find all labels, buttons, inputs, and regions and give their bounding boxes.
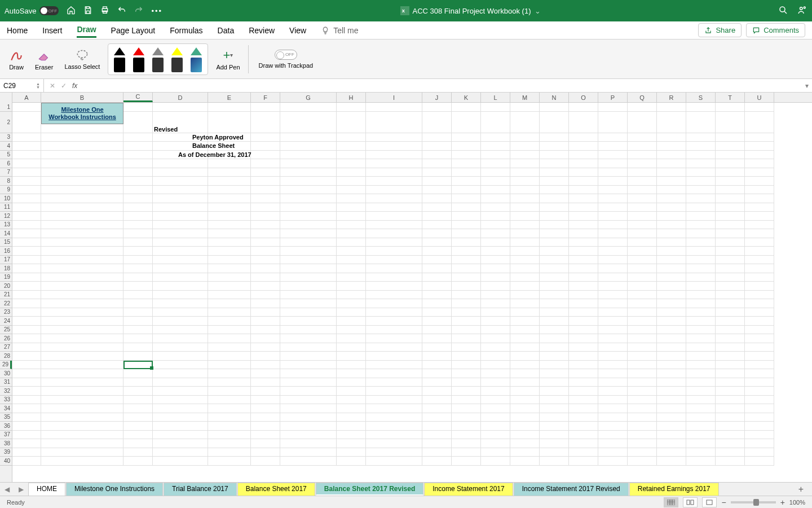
cell-P12[interactable] [598,212,628,221]
col-header-P[interactable]: P [598,93,628,102]
cell-R36[interactable] [657,422,686,431]
cell-Q10[interactable] [628,194,657,203]
cell-P17[interactable] [598,256,628,265]
cell-T13[interactable] [716,221,745,230]
cell-M26[interactable] [510,334,540,343]
cell-U26[interactable] [745,334,774,343]
cell-P10[interactable] [598,194,628,203]
cell-Q27[interactable] [628,343,657,352]
cell-T32[interactable] [716,387,745,396]
cell-H4[interactable] [337,142,366,151]
cell-B23[interactable] [41,308,123,317]
col-header-G[interactable]: G [280,93,337,102]
tab-data[interactable]: Data [218,24,235,37]
cell-F6[interactable] [251,159,280,168]
cell-J29[interactable] [422,361,452,370]
cell-U19[interactable] [745,273,774,282]
cell-D11[interactable] [153,203,208,212]
cell-M2[interactable] [510,112,540,133]
cell-Q23[interactable] [628,308,657,317]
cell-T8[interactable] [716,177,745,186]
cell-R24[interactable] [657,317,686,326]
cell-P32[interactable] [598,387,628,396]
cell-Q26[interactable] [628,334,657,343]
cell-O34[interactable] [569,404,598,413]
cell-K29[interactable] [452,361,481,370]
cell-A31[interactable] [12,378,41,387]
cell-S40[interactable] [686,457,716,466]
cell-I6[interactable] [366,159,422,168]
cell-I15[interactable] [366,238,422,247]
cell-D12[interactable] [153,212,208,221]
cell-R28[interactable] [657,352,686,361]
cell-S28[interactable] [686,352,716,361]
cell-B39[interactable] [41,448,123,457]
row-header-12[interactable]: 12 [0,212,12,221]
row-header-31[interactable]: 31 [0,378,12,387]
chevron-down-icon[interactable]: ⌄ [535,7,541,15]
cell-A14[interactable] [12,229,41,238]
cell-K21[interactable] [452,291,481,300]
cell-C10[interactable] [123,194,153,203]
cell-G31[interactable] [280,378,337,387]
row-header-23[interactable]: 23 [0,308,12,317]
cell-J24[interactable] [422,317,452,326]
cell-I38[interactable] [366,439,422,448]
cell-C2[interactable] [123,112,153,133]
cell-F36[interactable] [251,422,280,431]
cell-S39[interactable] [686,448,716,457]
cell-N25[interactable] [540,326,569,335]
col-header-I[interactable]: I [366,93,422,102]
cell-D19[interactable] [153,273,208,282]
cell-U20[interactable] [745,282,774,291]
cell-I26[interactable] [366,334,422,343]
cell-S21[interactable] [686,291,716,300]
cell-R16[interactable] [657,247,686,256]
cell-R3[interactable] [657,133,686,142]
cell-I1[interactable] [366,103,422,112]
cell-D18[interactable] [153,264,208,273]
cell-D14[interactable] [153,229,208,238]
cell-J35[interactable] [422,413,452,422]
cell-U40[interactable] [745,457,774,466]
cell-U13[interactable] [745,221,774,230]
cell-S9[interactable] [686,186,716,195]
cell-H11[interactable] [337,203,366,212]
cell-B38[interactable] [41,439,123,448]
cell-I21[interactable] [366,291,422,300]
cell-M38[interactable] [510,439,540,448]
cell-O32[interactable] [569,387,598,396]
row-header-15[interactable]: 15 [0,238,12,247]
cell-G14[interactable] [280,229,337,238]
cell-D22[interactable] [153,299,208,308]
cell-E31[interactable] [208,378,251,387]
cell-R31[interactable] [657,378,686,387]
cell-L19[interactable] [481,273,510,282]
cell-M10[interactable] [510,194,540,203]
cell-I37[interactable] [366,431,422,440]
cell-H40[interactable] [337,457,366,466]
cell-P4[interactable] [598,142,628,151]
cell-D33[interactable] [153,396,208,405]
cell-U37[interactable] [745,431,774,440]
cell-R17[interactable] [657,256,686,265]
cell-H35[interactable] [337,413,366,422]
cell-R38[interactable] [657,439,686,448]
cell-J25[interactable] [422,326,452,335]
cell-O31[interactable] [569,378,598,387]
cell-G2[interactable] [280,112,337,133]
cell-J33[interactable] [422,396,452,405]
cell-L8[interactable] [481,177,510,186]
cell-E24[interactable] [208,317,251,326]
cell-F9[interactable] [251,186,280,195]
cell-E2[interactable] [208,112,251,133]
cell-N17[interactable] [540,256,569,265]
cell-E12[interactable] [208,212,251,221]
cell-K14[interactable] [452,229,481,238]
cell-A40[interactable] [12,457,41,466]
cell-T19[interactable] [716,273,745,282]
cell-C36[interactable] [123,422,153,431]
cell-J7[interactable] [422,168,452,177]
cell-D8[interactable] [153,177,208,186]
cell-G38[interactable] [280,439,337,448]
